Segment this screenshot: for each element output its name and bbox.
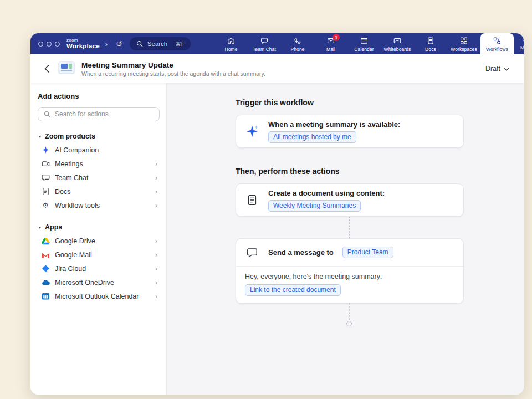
search-icon [135, 40, 144, 47]
logo-zoom-text: zoom [66, 38, 100, 43]
document-icon [245, 194, 259, 206]
nav-item-more[interactable]: ⋯ More [514, 33, 524, 54]
docs-icon [426, 36, 435, 45]
actions-search-input[interactable] [55, 110, 155, 118]
meetings-icon [41, 160, 50, 168]
whiteboard-icon [393, 36, 402, 45]
section-apps: ▾ Apps Google Drive › Google Mail › Jira… [38, 223, 160, 303]
more-icon: ⋯ [521, 37, 524, 44]
actions-sidebar: Add actions ▾ Zoom products AI Companion [30, 83, 167, 395]
app-window: zoom Workplace › ↺ Search ⌘F Home Team C… [30, 33, 524, 395]
chevron-right-icon: › [155, 250, 157, 259]
nav-item-workflows[interactable]: Workflows [480, 33, 514, 54]
section-header-zoom-products[interactable]: ▾ Zoom products [38, 132, 160, 143]
ai-sparkle-icon [245, 124, 259, 139]
section-header-apps[interactable]: ▾ Apps [38, 223, 160, 234]
chat-bubble-icon [245, 247, 259, 259]
sidebar-item-jira-cloud[interactable]: Jira Cloud › [38, 262, 160, 275]
connector-line [349, 217, 350, 238]
jira-icon [41, 264, 50, 273]
workflow-thumbnail [58, 61, 75, 76]
sidebar-item-ai-companion[interactable]: AI Companion [38, 143, 160, 157]
nav-expand-chevron-icon[interactable]: › [105, 40, 108, 48]
sidebar-title: Add actions [38, 92, 160, 100]
mail-unread-badge: 1 [332, 34, 340, 41]
trigger-text: When a meeting summary is available: [268, 120, 400, 129]
triangle-down-icon: ▾ [39, 134, 41, 139]
google-drive-icon [41, 237, 50, 245]
outlook-calendar-icon [41, 292, 50, 300]
section-zoom-products: ▾ Zoom products AI Companion Meetings › … [38, 132, 160, 212]
sidebar-item-google-mail[interactable]: Google Mail › [38, 248, 160, 262]
trigger-card[interactable]: When a meeting summary is available: All… [236, 115, 464, 148]
sidebar-item-docs[interactable]: Docs › [38, 185, 160, 198]
page-title: Meeting Summary Update [81, 61, 265, 69]
nav-item-whiteboards[interactable]: Whiteboards [381, 33, 414, 54]
draft-status-dropdown[interactable]: Draft [485, 65, 509, 73]
phone-icon [293, 36, 302, 45]
nav-item-phone[interactable]: Phone [281, 33, 314, 54]
page-subtitle: When a recurring meeting starts, post th… [81, 70, 265, 77]
sidebar-item-workflow-tools[interactable]: ⚙ Workflow tools › [38, 198, 160, 212]
nav-item-calendar[interactable]: Calendar [347, 33, 381, 54]
chevron-right-icon: › [155, 237, 157, 245]
nav-item-docs[interactable]: Docs [414, 33, 447, 54]
create-document-card[interactable]: Create a document using content: Weekly … [236, 183, 464, 217]
history-icon[interactable]: ↺ [116, 39, 122, 48]
chevron-down-icon [504, 65, 509, 73]
back-button[interactable] [42, 62, 52, 75]
window-control-dot[interactable] [47, 42, 52, 47]
nav-item-mail[interactable]: Mail 1 [314, 33, 347, 54]
team-chat-icon [260, 36, 269, 45]
logo-workplace-text: Workplace [66, 43, 100, 49]
zoom-workplace-logo: zoom Workplace [66, 38, 100, 49]
document-link-chip[interactable]: Link to the created document [245, 284, 341, 296]
docs-icon [41, 187, 50, 196]
nav-tabs: Home Team Chat Phone Mail 1 Calendar [214, 33, 524, 54]
nav-item-home[interactable]: Home [214, 33, 248, 54]
window-controls [38, 42, 60, 47]
document-content-chip[interactable]: Weekly Meeting Summaries [268, 200, 361, 212]
workspaces-icon [459, 36, 468, 45]
sidebar-item-team-chat[interactable]: Team Chat › [38, 171, 160, 185]
chevron-right-icon: › [155, 173, 157, 182]
nav-item-workspaces[interactable]: Workspaces [447, 33, 480, 54]
chevron-right-icon: › [155, 264, 157, 273]
home-icon [227, 36, 236, 45]
search-shortcut: ⌘F [175, 40, 185, 47]
send-message-text: Send a message to [268, 248, 334, 257]
gear-icon: ⚙ [41, 202, 50, 209]
recipient-chip[interactable]: Product Team [342, 247, 393, 258]
actions-search-box[interactable] [38, 107, 160, 121]
create-document-text: Create a document using content: [268, 189, 385, 197]
chevron-right-icon: › [155, 292, 157, 300]
trigger-scope-chip[interactable]: All meetings hosted by me [268, 131, 356, 143]
send-message-card[interactable]: Send a message to Product Team Hey, ever… [236, 238, 464, 304]
chevron-right-icon: › [155, 201, 157, 209]
sidebar-item-meetings[interactable]: Meetings › [38, 157, 160, 171]
search-icon [43, 111, 52, 117]
google-mail-icon [41, 252, 50, 258]
chevron-right-icon: › [155, 187, 157, 196]
sidebar-item-microsoft-outlook-calendar[interactable]: Microsoft Outlook Calendar › [38, 289, 160, 303]
nav-item-team-chat[interactable]: Team Chat [248, 33, 281, 54]
window-control-dot[interactable] [55, 42, 60, 47]
workflow-header: Meeting Summary Update When a recurring … [30, 54, 524, 83]
connector-line [349, 303, 350, 320]
ai-companion-icon [41, 146, 50, 154]
top-nav: zoom Workplace › ↺ Search ⌘F Home Team C… [30, 33, 524, 54]
add-step-node[interactable] [346, 321, 352, 326]
workflow-canvas: Trigger this workflow When a meeting sum… [167, 83, 524, 395]
sidebar-item-google-drive[interactable]: Google Drive › [38, 234, 160, 248]
onedrive-icon [41, 279, 50, 285]
sidebar-item-microsoft-onedrive[interactable]: Microsoft OneDrive › [38, 275, 160, 289]
triangle-down-icon: ▾ [39, 225, 41, 230]
window-control-dot[interactable] [38, 42, 43, 47]
calendar-icon [360, 36, 369, 45]
global-search-input[interactable]: Search ⌘F [130, 37, 191, 50]
team-chat-icon [41, 173, 50, 182]
trigger-heading: Trigger this workflow [236, 98, 314, 107]
workflows-icon [493, 36, 502, 45]
chevron-right-icon: › [155, 160, 157, 168]
status-badge: Draft [485, 65, 500, 73]
